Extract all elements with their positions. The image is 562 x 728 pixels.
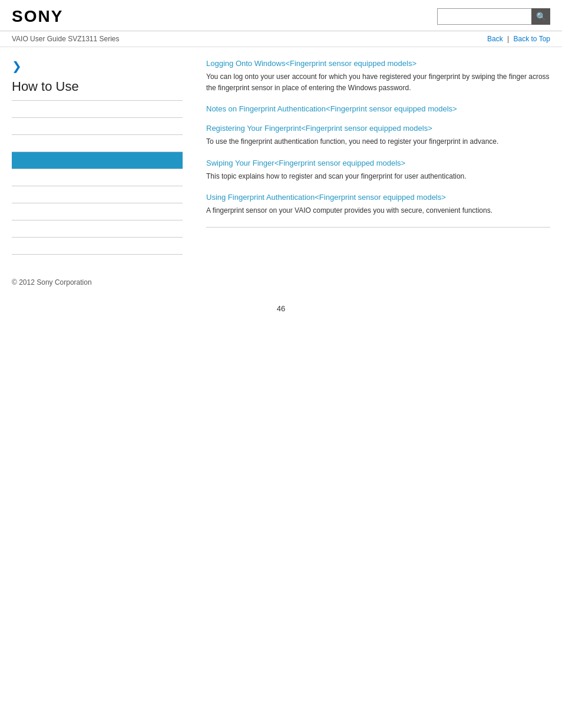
- content-section-3: Registering Your Fingerprint<Fingerprint…: [206, 124, 550, 147]
- content-section-5: Using Fingerprint Authentication<Fingerp…: [206, 193, 550, 216]
- sidebar-item-7[interactable]: [12, 203, 183, 220]
- main-container: ❯ How to Use Logging Onto Windows<Finger…: [0, 47, 562, 266]
- back-to-top-link[interactable]: Back to Top: [514, 35, 550, 43]
- content-divider: [206, 227, 550, 228]
- page-header: SONY 🔍: [0, 0, 562, 31]
- content-section-2: Notes on Fingerprint Authentication<Fing…: [206, 104, 550, 113]
- sub-header: VAIO User Guide SVZ1311 Series Back | Ba…: [0, 31, 562, 47]
- content-text-3: To use the fingerprint authentication fu…: [206, 136, 550, 147]
- footer: © 2012 Sony Corporation: [0, 266, 562, 298]
- content-link-1[interactable]: Logging Onto Windows<Fingerprint sensor …: [206, 59, 550, 68]
- search-button[interactable]: 🔍: [531, 8, 550, 25]
- chevron-icon[interactable]: ❯: [12, 59, 183, 73]
- search-icon: 🔍: [536, 12, 546, 21]
- sony-logo: SONY: [12, 7, 63, 26]
- sidebar-section-title: How to Use: [12, 79, 183, 101]
- copyright-text: © 2012 Sony Corporation: [12, 278, 92, 286]
- sidebar-item-3[interactable]: [12, 135, 183, 152]
- search-input[interactable]: [437, 8, 531, 25]
- sidebar-item-9[interactable]: [12, 238, 183, 255]
- nav-links: Back | Back to Top: [487, 35, 550, 43]
- sidebar-item-1[interactable]: [12, 101, 183, 118]
- content-text-4: This topic explains how to register and …: [206, 171, 550, 182]
- sidebar-item-8[interactable]: [12, 220, 183, 238]
- back-link[interactable]: Back: [487, 35, 503, 43]
- content-link-2[interactable]: Notes on Fingerprint Authentication<Fing…: [206, 104, 550, 113]
- content-link-3[interactable]: Registering Your Fingerprint<Fingerprint…: [206, 124, 550, 133]
- guide-title: VAIO User Guide SVZ1311 Series: [12, 35, 120, 43]
- page-number: 46: [0, 298, 562, 319]
- sidebar-item-6[interactable]: [12, 186, 183, 203]
- sidebar-item-4-active[interactable]: [12, 152, 183, 169]
- sidebar: ❯ How to Use: [12, 59, 194, 255]
- search-container: 🔍: [437, 8, 550, 25]
- content-link-4[interactable]: Swiping Your Finger<Fingerprint sensor e…: [206, 159, 550, 167]
- content-area: Logging Onto Windows<Fingerprint sensor …: [194, 59, 550, 255]
- sidebar-item-5[interactable]: [12, 169, 183, 186]
- content-text-5: A fingerprint sensor on your VAIO comput…: [206, 205, 550, 216]
- content-link-5[interactable]: Using Fingerprint Authentication<Fingerp…: [206, 193, 550, 202]
- content-section-4: Swiping Your Finger<Fingerprint sensor e…: [206, 159, 550, 182]
- nav-separator: |: [507, 35, 509, 43]
- sidebar-item-2[interactable]: [12, 118, 183, 135]
- content-text-1: You can log onto your user account for w…: [206, 71, 550, 94]
- content-section-1: Logging Onto Windows<Fingerprint sensor …: [206, 59, 550, 94]
